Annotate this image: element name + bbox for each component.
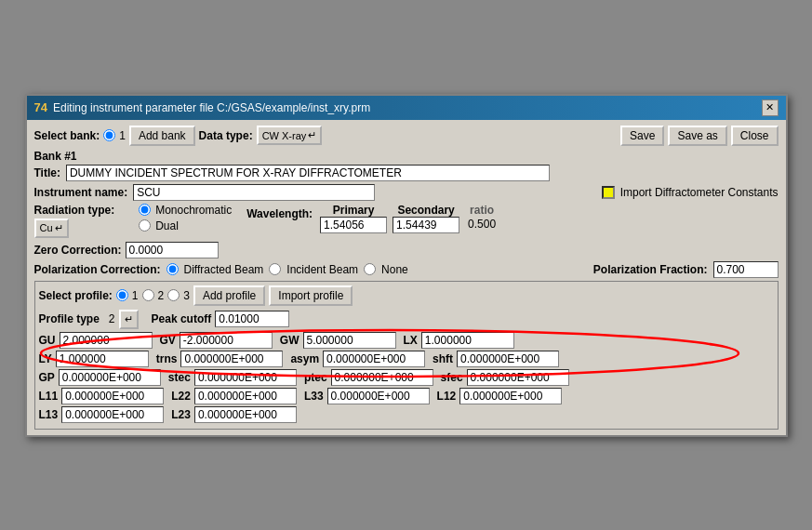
ptec-cell: ptec [304,369,433,386]
L12-label: L12 [437,390,459,403]
L23-label: L23 [171,408,193,421]
instrument-name-label: Instrument name: [34,186,128,199]
GW-input[interactable] [303,332,396,349]
GU-label: GU [39,334,58,347]
zero-correction-input[interactable] [126,242,219,258]
LY-input[interactable] [56,351,149,367]
ptec-input[interactable] [331,369,433,386]
primary-wavelength-input[interactable] [320,217,387,233]
diffracted-beam-label: Diffracted Beam [184,263,264,276]
bank-header: Bank #1 [34,150,779,163]
polarization-fraction-input[interactable] [713,261,779,278]
data-type-value: CW X-ray [262,130,307,141]
import-checkbox[interactable] [602,186,615,199]
GP-cell: GP [39,369,161,386]
stec-input[interactable] [194,369,297,386]
window-content: Select bank: 1 Add bank Data type: CW X-… [27,120,786,435]
title-bar: 74 Editing instrument parameter file C:/… [27,96,786,120]
LY-cell: LY [39,351,149,367]
profile-radio-3[interactable] [167,289,180,301]
monochromatic-label: Monochromatic [155,204,232,217]
ptec-label: ptec [304,371,329,384]
select-bank-label: Select bank: [34,129,100,142]
GU-cell: GU [39,332,153,349]
sfec-label: sfec [441,371,465,384]
monochromatic-radio[interactable] [139,204,151,216]
GV-input[interactable] [180,332,273,349]
close-button[interactable]: Close [731,126,779,146]
profile-section: Select profile: 1 2 3 Add profile Import… [34,281,779,430]
primary-label: Primary [333,204,375,217]
profile-num-3: 3 [183,289,190,302]
secondary-label: Secondary [397,204,454,217]
polarization-row: Polarization Correction: Diffracted Beam… [34,261,779,278]
L12-input[interactable] [459,388,562,404]
title-input[interactable] [66,165,550,181]
L22-cell: L22 [171,388,297,404]
wavelength-label: Wavelength: [246,207,313,220]
asym-label: asym [290,352,321,365]
profile-type-row: Profile type 2 ↵ Peak cutoff [39,310,774,329]
L11-input[interactable] [61,388,164,404]
polarization-label: Polarization Correction: [34,263,161,276]
radiation-type-dropdown[interactable]: Cu ↵ [34,219,69,238]
ratio-col: ratio 0.500 [465,204,499,232]
param-row-4: L11 L22 L33 L12 [39,388,774,404]
LX-label: LX [404,334,419,347]
L13-label: L13 [39,408,60,421]
profile-radio-2[interactable] [142,289,154,301]
zero-correction-label: Zero Correction: [34,244,122,257]
data-type-dropdown[interactable]: CW X-ray ↵ [257,126,323,145]
L22-input[interactable] [194,388,297,404]
title-label: Title: [34,166,60,179]
GU-input[interactable] [60,332,153,349]
shft-input[interactable] [457,351,559,367]
L13-input[interactable] [61,406,164,423]
GV-cell: GV [160,332,273,349]
L33-input[interactable] [327,388,430,404]
instrument-name-input[interactable] [133,184,375,201]
radiation-row: Radiation type: Cu ↵ Monochromatic Dual [34,204,779,238]
L23-input[interactable] [194,406,297,423]
window-close-button[interactable]: ✕ [762,99,779,116]
asym-cell: asym [290,351,425,367]
L23-cell: L23 [171,406,297,423]
GP-input[interactable] [59,369,161,386]
zero-correction-row: Zero Correction: [34,242,779,258]
save-button[interactable]: Save [620,126,664,146]
incident-beam-radio[interactable] [269,263,281,275]
peak-cutoff-input[interactable] [215,311,289,327]
add-bank-button[interactable]: Add bank [129,126,195,146]
asym-input[interactable] [323,351,425,367]
sfec-input[interactable] [467,369,569,386]
trns-label: trns [156,352,180,365]
profile-num-2: 2 [158,289,165,302]
trns-cell: trns [156,351,284,367]
profile-radio-1[interactable] [116,289,128,301]
dual-radio[interactable] [139,219,151,232]
add-profile-button[interactable]: Add profile [193,285,265,306]
diffracted-beam-radio[interactable] [166,263,179,275]
secondary-wavelength-input[interactable] [393,217,459,233]
import-profile-button[interactable]: Import profile [269,285,353,306]
L33-cell: L33 [304,388,430,404]
trns-input[interactable] [180,351,283,367]
bank-number-label: 1 [119,129,126,142]
instrument-name-row: Instrument name: Import Diffractometer C… [34,184,779,201]
profile-num-1: 1 [132,289,139,302]
parameter-rows-container: GU GV GW LX [39,332,774,423]
main-window: 74 Editing instrument parameter file C:/… [25,94,788,437]
select-profile-label: Select profile: [39,289,113,302]
GP-label: GP [39,371,57,384]
title-row: Title: [34,165,779,181]
profile-type-dropdown[interactable]: ↵ [119,310,139,329]
param-row-5: L13 L23 [39,406,774,423]
LX-input[interactable] [421,332,514,349]
none-label: None [381,263,408,276]
bank-radio-1[interactable] [103,129,115,141]
save-as-button[interactable]: Save as [668,126,726,146]
none-radio[interactable] [364,263,376,275]
radiation-dropdown-arrow: ↵ [55,222,63,234]
stec-cell: stec [168,369,297,386]
LX-cell: LX [404,332,514,349]
